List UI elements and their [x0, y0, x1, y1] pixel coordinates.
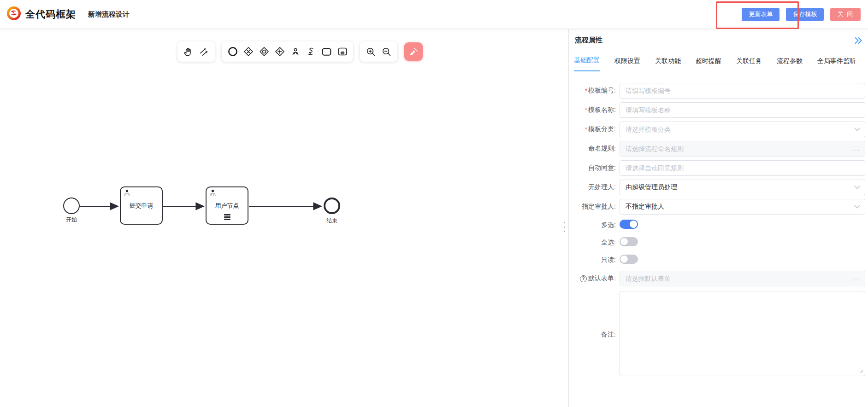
main-area: 开始 提交申请 用户节点 结束 流程属性: [0, 29, 868, 407]
field-label: 命名规则:: [569, 145, 620, 153]
tab-related-functions[interactable]: 关联功能: [655, 57, 681, 71]
task-icon[interactable]: [319, 43, 334, 60]
panel-tabs: 基础配置 权限设置 关联功能 超时提醒 关联任务 流程参数 全局事件监听: [569, 56, 868, 71]
form-row-read-only: 只读:: [569, 253, 865, 267]
field-label: 全选:: [569, 238, 620, 247]
toolbar-group-zoom: [360, 41, 397, 62]
tab-basic-config[interactable]: 基础配置: [574, 56, 600, 71]
form-row-template-code: *模板编号:: [569, 83, 865, 99]
template-category-select[interactable]: [620, 122, 865, 137]
task-node-user[interactable]: 用户节点: [206, 186, 248, 225]
select-all-toggle[interactable]: [620, 237, 638, 246]
field-label: *模板分类:: [569, 125, 620, 134]
tab-timeout-reminder[interactable]: 超时提醒: [696, 57, 721, 71]
field-label: 指定审批人:: [569, 203, 620, 211]
update-form-button[interactable]: 更新表单: [742, 8, 779, 21]
start-event-label: 开始: [58, 216, 85, 224]
clear-canvas-button[interactable]: [404, 42, 423, 61]
collapse-panel-button[interactable]: [853, 36, 863, 47]
form-row-select-all: 全选:: [569, 236, 865, 250]
ellipsis-icon[interactable]: ...: [852, 274, 860, 282]
script-task-icon[interactable]: [304, 43, 318, 60]
tab-process-params[interactable]: 流程参数: [777, 57, 803, 71]
end-event-label: 结束: [318, 217, 346, 225]
remarks-textarea[interactable]: [620, 291, 865, 376]
gateway-inclusive-icon[interactable]: [257, 43, 271, 60]
multi-select-toggle[interactable]: [620, 220, 638, 229]
task-label: 用户节点: [215, 202, 239, 210]
task-label: 提交申请: [130, 202, 154, 210]
tab-permission-settings[interactable]: 权限设置: [614, 57, 640, 71]
user-task-badge-icon: [123, 189, 131, 198]
panel-header: 流程属性: [569, 29, 868, 47]
no-handler-select[interactable]: [620, 180, 865, 195]
connect-tool-icon[interactable]: [197, 43, 211, 60]
header-actions: 更新表单 保存模板 关 闭: [742, 8, 862, 21]
form-row-template-category: *模板分类:: [569, 122, 865, 137]
multi-instance-icon: [224, 214, 230, 220]
panel-title: 流程属性: [575, 36, 602, 45]
ellipsis-icon[interactable]: ...: [852, 144, 860, 152]
chevron-down-icon: [854, 205, 860, 209]
chevron-down-icon: [854, 186, 860, 189]
start-event-node[interactable]: [63, 198, 80, 214]
form-row-default-form: ? 默认表单: ...: [569, 271, 865, 286]
form-row-multi-select: 多选:: [569, 218, 865, 232]
app-logo: 全代码框架: [6, 6, 76, 23]
end-event-node[interactable]: [324, 198, 340, 214]
logo-icon: [6, 6, 21, 23]
subprocess-icon[interactable]: [335, 43, 349, 60]
page-title: 新增流程设计: [88, 10, 130, 19]
help-icon[interactable]: ?: [580, 275, 587, 282]
naming-rule-picker[interactable]: [620, 141, 865, 157]
panel-resize-handle[interactable]: [562, 222, 566, 232]
chevron-down-icon: [854, 128, 860, 131]
default-form-picker[interactable]: [620, 271, 865, 286]
form-row-remarks: 备注:: [569, 291, 865, 378]
field-label: ? 默认表单:: [569, 274, 620, 283]
task-node-submit[interactable]: 提交申请: [120, 186, 163, 225]
form-row-auto-agree: 自动同意:: [569, 160, 865, 176]
app-name: 全代码框架: [25, 8, 76, 21]
hand-tool-icon[interactable]: [181, 43, 195, 60]
basic-config-form: *模板编号: *模板名称: *模板分类: 命名规则: ...: [569, 83, 868, 378]
auto-agree-input[interactable]: [620, 160, 865, 176]
zoom-in-icon[interactable]: [364, 43, 378, 60]
form-row-no-handler: 无处理人:: [569, 180, 865, 195]
properties-panel: 流程属性 基础配置 权限设置 关联功能 超时提醒 关联任务 流程参数 全局事件监…: [568, 29, 868, 407]
toolbar-group-cursor: [177, 41, 215, 62]
save-template-button[interactable]: 保存模板: [786, 8, 824, 21]
field-label: 无处理人:: [569, 183, 620, 192]
form-row-naming-rule: 命名规则: ...: [569, 141, 865, 157]
assigned-approver-select[interactable]: [620, 199, 865, 215]
template-code-input[interactable]: [620, 83, 865, 99]
toolbar-group-shapes: [222, 41, 353, 62]
gateway-exclusive-icon[interactable]: [241, 43, 255, 60]
read-only-toggle[interactable]: [620, 255, 638, 264]
user-task-icon[interactable]: [288, 43, 302, 60]
tab-global-event-listener[interactable]: 全局事件监听: [817, 57, 856, 71]
close-button[interactable]: 关 闭: [830, 8, 861, 21]
field-label: 多选:: [569, 221, 620, 229]
field-label: 自动同意:: [569, 164, 620, 172]
app-header: 全代码框架 新增流程设计 更新表单 保存模板 关 闭: [0, 0, 868, 29]
template-name-input[interactable]: [620, 102, 865, 118]
start-event-icon[interactable]: [225, 43, 240, 60]
field-label: 只读:: [569, 256, 620, 264]
flow-canvas[interactable]: 开始 提交申请 用户节点 结束: [0, 29, 568, 407]
tab-related-tasks[interactable]: 关联任务: [736, 57, 762, 71]
field-label: *模板编号:: [569, 87, 620, 95]
field-label: *模板名称:: [569, 106, 620, 114]
form-row-assigned-approver: 指定审批人:: [569, 199, 865, 215]
gateway-parallel-icon[interactable]: [272, 43, 287, 60]
user-task-badge-icon: [209, 189, 217, 198]
zoom-out-icon[interactable]: [379, 43, 394, 60]
bpmn-toolbar: [177, 41, 423, 62]
field-label: 备注:: [569, 331, 620, 339]
form-row-template-name: *模板名称:: [569, 102, 865, 118]
